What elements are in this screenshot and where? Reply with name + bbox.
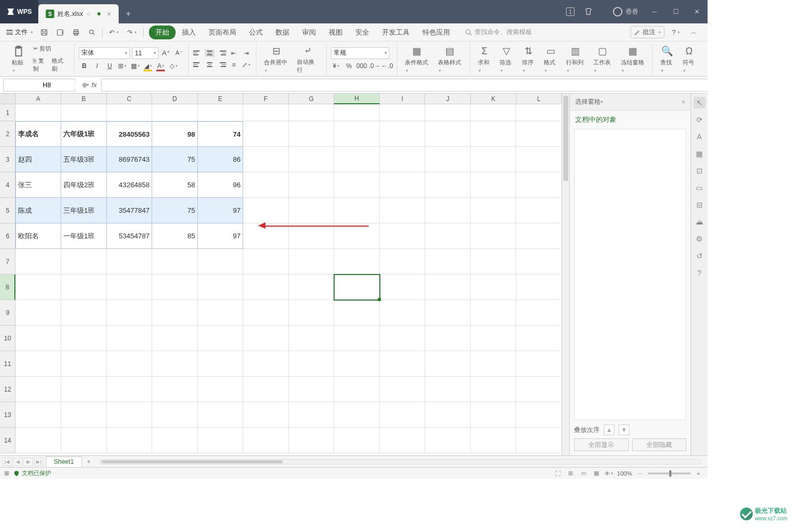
spreadsheet-grid[interactable]: ABCDEFGHIJKL 12李成名六年级1班2840556398743赵四五年… [0,94,562,455]
align-middle-button[interactable] [205,49,214,57]
cell-E1[interactable] [198,104,244,121]
cell-K11[interactable] [471,351,517,377]
sheet-nav-first[interactable]: |◀ [2,458,12,466]
cell-J1[interactable] [425,104,471,121]
cell-D10[interactable] [152,326,198,351]
ribbon-tab-0[interactable]: 开始 [149,26,176,39]
increase-decimal-button[interactable]: .0→ [369,61,380,71]
cell-C7[interactable] [107,249,153,275]
cell-A9[interactable] [15,300,61,326]
cell-K5[interactable] [471,198,517,223]
cell-K2[interactable] [471,121,517,147]
format-painter-button[interactable]: 格式刷 [52,57,68,73]
cell-E13[interactable] [198,402,244,428]
cell-F2[interactable] [243,121,289,147]
worksheet-button[interactable]: ▢工作表▾ [590,44,615,74]
cell-I4[interactable] [380,172,426,198]
col-header-D[interactable]: D [152,94,198,104]
hide-all-button[interactable]: 全部隐藏 [632,438,687,451]
cell-H11[interactable] [334,351,380,377]
cell-K9[interactable] [471,300,517,326]
row-header-3[interactable]: 3 [0,147,15,172]
cell-D3[interactable]: 75 [152,147,198,172]
cell-A7[interactable] [15,249,61,275]
cell-B11[interactable] [61,351,107,377]
cell-A10[interactable] [15,326,61,351]
row-header-13[interactable]: 13 [0,402,15,428]
cell-K13[interactable] [471,402,517,428]
cell-K7[interactable] [471,249,517,275]
cell-I14[interactable] [380,428,426,453]
freeze-panes-button[interactable]: ▦冻结窗格▾ [618,44,648,74]
cell-C4[interactable]: 43264858 [107,172,153,198]
ribbon-tab-6[interactable]: 视图 [322,26,349,39]
cell-C5[interactable]: 35477847 [107,198,153,223]
send-backward-button[interactable]: ▼ [619,425,629,435]
cell-B12[interactable] [61,377,107,402]
cell-D13[interactable] [152,402,198,428]
sync-icon[interactable]: ⟳ [694,114,705,126]
col-header-A[interactable]: A [16,94,62,104]
cell-I2[interactable] [380,121,426,147]
cell-E4[interactable]: 96 [198,172,244,198]
cell-G12[interactable] [289,377,335,402]
cell-L14[interactable] [516,428,562,453]
bring-forward-button[interactable]: ▲ [604,425,614,435]
cell-J4[interactable] [425,172,471,198]
cell-A14[interactable] [15,428,61,453]
cell-J2[interactable] [425,121,471,147]
orientation-button[interactable]: ⤢▾ [241,60,252,70]
cell-F7[interactable] [243,249,289,275]
sort-button[interactable]: ⇅排序▾ [519,44,538,74]
cell-A8[interactable] [15,275,61,300]
cell-G1[interactable] [289,104,335,121]
cell-C12[interactable] [107,377,153,402]
cell-A1[interactable] [15,104,61,121]
cell-K8[interactable] [471,275,517,300]
table-tool-icon[interactable]: ▦ [694,148,705,160]
cell-I13[interactable] [380,402,426,428]
auto-wrap-button[interactable]: ⤶ 自动换行 [294,43,321,75]
cell-H9[interactable] [334,300,380,326]
cell-B2[interactable]: 六年级1班 [61,121,107,147]
cell-K10[interactable] [471,326,517,351]
cell-J13[interactable] [425,402,471,428]
zoom-slider[interactable] [648,472,691,475]
window-minimize-button[interactable]: ─ [644,0,665,23]
new-tab-button[interactable]: + [119,4,138,23]
cell-C8[interactable] [107,275,153,300]
cell-B4[interactable]: 四年级2班 [61,172,107,198]
cell-E7[interactable] [198,249,244,275]
cell-L1[interactable] [516,104,562,121]
cell-G14[interactable] [289,428,335,453]
fullscreen-icon[interactable]: ⛶ [553,469,563,478]
cell-B6[interactable]: 一年级1班 [61,223,107,249]
cell-H6[interactable] [334,223,380,249]
decrease-decimal-button[interactable]: ←.0 [382,61,393,71]
cell-C10[interactable] [107,326,153,351]
cell-L3[interactable] [516,147,562,172]
find-button[interactable]: 🔍查找▾ [657,44,677,74]
clear-format-button[interactable]: ◇▾ [168,61,179,71]
font-color-button[interactable]: A▾ [155,61,166,71]
cell-J8[interactable] [425,275,471,300]
cell-J14[interactable] [425,428,471,453]
cell-J3[interactable] [425,147,471,172]
copy-button[interactable]: ⎘ 复制 [33,57,48,73]
border-button[interactable]: ⊞▾ [117,61,128,71]
row-header-11[interactable]: 11 [0,351,15,377]
sheet-tab-1[interactable]: Sheet1 [46,456,82,467]
cell-G3[interactable] [289,147,335,172]
print-preview-button[interactable] [85,27,99,38]
rowcol-button[interactable]: ▥行和列▾ [563,44,588,74]
cell-K3[interactable] [471,147,517,172]
sheet-nav-last[interactable]: ▶| [34,458,44,466]
reading-mode-icon[interactable]: ⊞ [4,470,9,477]
cell-F6[interactable] [243,223,289,249]
paste-button[interactable]: 粘贴▾ [9,44,29,74]
cell-I3[interactable] [380,147,426,172]
cell-E6[interactable]: 97 [198,223,244,249]
cell-E8[interactable] [198,275,244,300]
cell-I8[interactable] [380,275,426,300]
table-style-button[interactable]: ▤表格样式▾ [435,44,466,74]
